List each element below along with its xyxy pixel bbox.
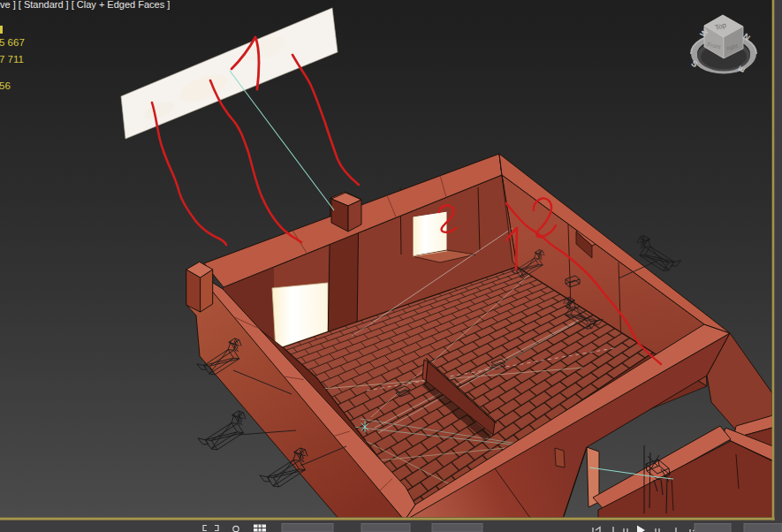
svg-text:ve ] [ Standard ] [ Clay + Edg: ve ] [ Standard ] [ Clay + Edged Faces ] xyxy=(0,0,170,10)
svg-text:5 667: 5 667 xyxy=(0,37,25,48)
svg-text:56: 56 xyxy=(0,80,11,91)
svg-text:7 711: 7 711 xyxy=(0,54,24,65)
